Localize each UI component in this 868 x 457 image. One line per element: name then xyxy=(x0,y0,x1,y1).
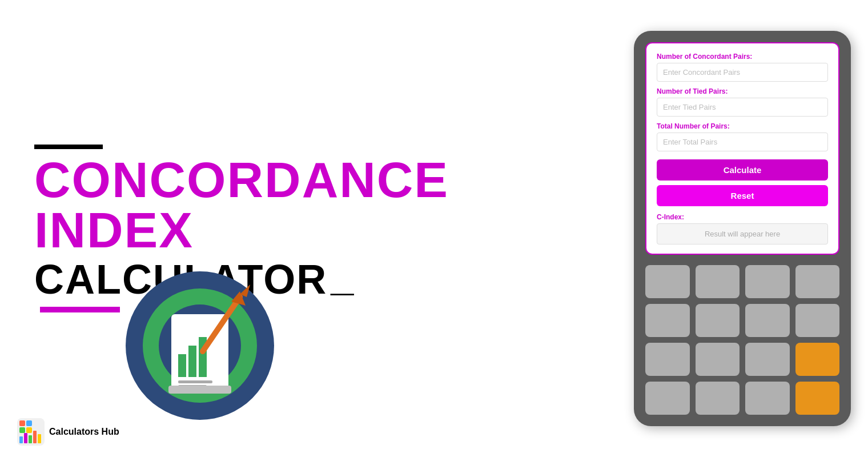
key-3[interactable] xyxy=(745,265,790,298)
svg-rect-5 xyxy=(188,346,196,377)
svg-rect-4 xyxy=(178,354,186,377)
reset-button[interactable]: Reset xyxy=(657,185,828,206)
svg-rect-16 xyxy=(26,420,32,426)
title-concordance: CONCORDANCE xyxy=(34,155,594,205)
key-12-orange[interactable] xyxy=(795,343,840,376)
illustration-svg xyxy=(103,240,297,434)
key-6[interactable] xyxy=(696,304,740,337)
key-14[interactable] xyxy=(696,382,740,415)
svg-rect-20 xyxy=(24,433,27,443)
calculator-screen: Number of Concordant Pairs: Number of Ti… xyxy=(645,42,839,255)
key-11[interactable] xyxy=(745,343,790,376)
concordant-label: Number of Concordant Pairs: xyxy=(657,53,828,61)
svg-rect-17 xyxy=(19,427,25,433)
total-label: Total Number of Pairs: xyxy=(657,122,828,130)
illustration-container xyxy=(103,240,297,434)
key-2[interactable] xyxy=(696,265,740,298)
key-16-orange[interactable] xyxy=(795,382,840,415)
title-decoration-line xyxy=(34,145,103,149)
tied-label: Number of Tied Pairs: xyxy=(657,87,828,95)
svg-rect-7 xyxy=(178,380,212,383)
svg-rect-19 xyxy=(19,436,23,443)
logo-icon xyxy=(17,418,45,446)
key-4[interactable] xyxy=(795,265,840,298)
keypad xyxy=(645,265,839,415)
calculator-body: Number of Concordant Pairs: Number of Ti… xyxy=(634,31,851,426)
key-5[interactable] xyxy=(645,304,690,337)
svg-rect-13 xyxy=(168,386,231,394)
key-13[interactable] xyxy=(645,382,690,415)
concordant-input[interactable] xyxy=(657,63,828,82)
logo: Calculators Hub xyxy=(17,418,119,446)
tied-input[interactable] xyxy=(657,98,828,117)
total-input[interactable] xyxy=(657,133,828,151)
result-label: C-Index: xyxy=(657,213,828,221)
svg-rect-18 xyxy=(26,427,32,433)
svg-rect-21 xyxy=(29,435,32,443)
svg-rect-23 xyxy=(38,434,41,443)
key-15[interactable] xyxy=(745,382,790,415)
key-10[interactable] xyxy=(696,343,740,376)
right-section: Number of Concordant Pairs: Number of Ti… xyxy=(628,0,868,457)
underscore-char: _ xyxy=(331,255,353,296)
result-display: Result will appear here xyxy=(657,223,828,244)
left-section: CONCORDANCE INDEX CALCULATOR _ xyxy=(0,0,628,457)
logo-text: Calculators Hub xyxy=(49,426,119,437)
svg-rect-22 xyxy=(33,431,37,443)
key-1[interactable] xyxy=(645,265,690,298)
key-7[interactable] xyxy=(745,304,790,337)
calculate-button[interactable]: Calculate xyxy=(657,159,828,181)
key-8[interactable] xyxy=(795,304,840,337)
key-9[interactable] xyxy=(645,343,690,376)
svg-rect-15 xyxy=(19,420,25,426)
